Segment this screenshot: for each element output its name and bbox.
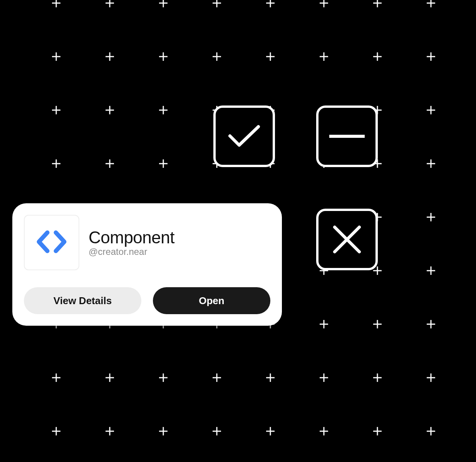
state-box-minus[interactable] [316, 105, 378, 167]
state-box-check[interactable] [213, 105, 275, 167]
open-button[interactable]: Open [153, 287, 270, 314]
card-buttons: View Details Open [24, 287, 270, 314]
plus-icon [213, 52, 221, 61]
plus-icon [106, 52, 114, 61]
plus-icon [266, 52, 275, 61]
plus-icon [427, 52, 435, 61]
plus-icon [427, 106, 435, 114]
component-card: Component @creator.near View Details Ope… [12, 203, 282, 326]
plus-icon [106, 159, 114, 168]
plus-icon [52, 427, 60, 435]
plus-icon [320, 320, 328, 328]
plus-icon [266, 373, 275, 382]
plus-icon [320, 427, 328, 435]
plus-icon [159, 373, 168, 382]
plus-icon [427, 373, 435, 382]
plus-icon [373, 320, 382, 328]
plus-icon [106, 106, 114, 114]
card-text: Component @creator.near [89, 228, 174, 257]
plus-icon [320, 373, 328, 382]
component-icon-tile [24, 215, 79, 270]
plus-icon [373, 427, 382, 435]
plus-icon [52, 106, 60, 114]
plus-icon [427, 159, 435, 168]
minus-icon [328, 134, 366, 138]
plus-icon [159, 106, 168, 114]
plus-icon [213, 373, 221, 382]
plus-icon [159, 0, 168, 7]
component-subtitle: @creator.near [89, 246, 174, 257]
plus-icon [373, 52, 382, 61]
plus-icon [106, 0, 114, 7]
card-header: Component @creator.near [24, 215, 270, 270]
plus-icon [266, 0, 275, 7]
plus-icon [373, 0, 382, 7]
plus-icon [320, 0, 328, 7]
plus-icon [213, 0, 221, 7]
plus-icon [427, 320, 435, 328]
plus-icon [427, 427, 435, 435]
plus-icon [52, 373, 60, 382]
plus-icon [266, 427, 275, 435]
view-details-button[interactable]: View Details [24, 287, 141, 314]
plus-icon [427, 0, 435, 7]
component-title: Component [89, 228, 174, 247]
plus-icon [213, 427, 221, 435]
plus-icon [106, 373, 114, 382]
plus-icon [159, 427, 168, 435]
plus-icon [52, 159, 60, 168]
plus-icon [373, 373, 382, 382]
plus-icon [427, 266, 435, 275]
plus-icon [427, 213, 435, 221]
cross-icon [332, 224, 362, 255]
plus-icon [106, 427, 114, 435]
plus-icon [52, 0, 60, 7]
plus-icon [159, 52, 168, 61]
plus-icon [320, 52, 328, 61]
code-icon [37, 230, 67, 255]
check-icon [227, 123, 261, 150]
plus-icon [52, 52, 60, 61]
state-box-cross[interactable] [316, 209, 378, 270]
plus-icon [159, 159, 168, 168]
